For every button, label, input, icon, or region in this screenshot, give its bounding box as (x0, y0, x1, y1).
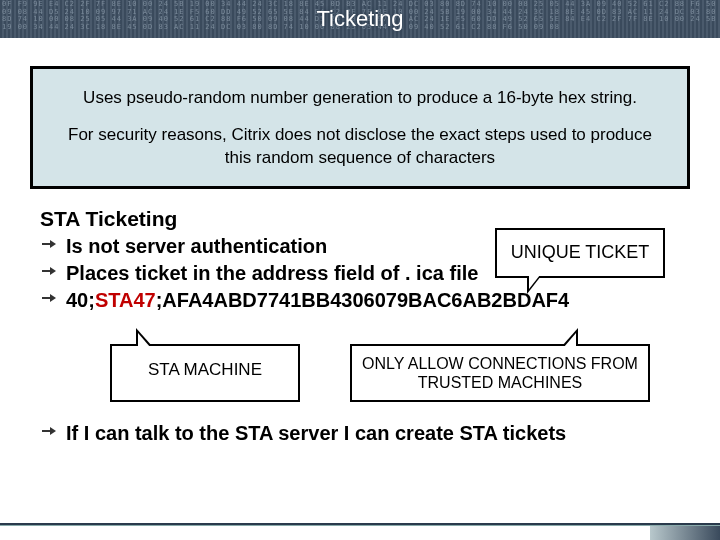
section-heading: STA Ticketing (40, 207, 680, 231)
final-bullet-list: If I can talk to the STA server I can cr… (40, 420, 680, 447)
slide-title: Ticketing (316, 6, 403, 32)
ticket-hex: ;AFA4ABD7741BB4306079BAC6AB2BDAF4 (156, 289, 570, 311)
bullet-item: If I can talk to the STA server I can cr… (40, 420, 680, 447)
callout-sta-machine: STA MACHINE (110, 344, 300, 402)
bullet-list: Is not server authentication Places tick… (40, 233, 680, 314)
slide-header: 0F F9 9E E4 C2 2F 7F 8E 10 00 24 5B 19 0… (0, 0, 720, 38)
main-content: STA Ticketing Is not server authenticati… (0, 207, 720, 447)
footer-accent (650, 526, 720, 540)
callout-trusted-machines: ONLY ALLOW CONNECTIONS FROM TRUSTED MACH… (350, 344, 650, 402)
bullet-item: Is not server authentication (40, 233, 680, 260)
arrow-bullet-icon (42, 426, 56, 438)
info-line-2: For security reasons, Citrix does not di… (53, 124, 667, 170)
bullet-item-ticket: 40;STA47;AFA4ABD7741BB4306079BAC6AB2BDAF… (40, 287, 680, 314)
arrow-bullet-icon (42, 239, 56, 251)
info-box: Uses pseudo-random number generation to … (30, 66, 690, 189)
ticket-prefix: 40; (66, 289, 95, 311)
callout-row: STA MACHINE ONLY ALLOW CONNECTIONS FROM … (110, 344, 680, 402)
info-line-1: Uses pseudo-random number generation to … (53, 87, 667, 110)
footer-divider (0, 523, 720, 526)
bullet-item: Places ticket in the address field of . … (40, 260, 680, 287)
ticket-sta-id: STA47 (95, 289, 156, 311)
arrow-bullet-icon (42, 266, 56, 278)
arrow-bullet-icon (42, 293, 56, 305)
